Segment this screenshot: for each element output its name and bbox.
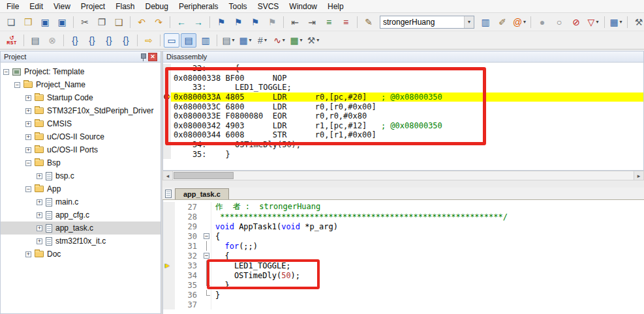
- expander-plus-icon[interactable]: +: [37, 238, 42, 244]
- disassembly-line[interactable]: 32: {: [163, 64, 643, 74]
- tree-item-bsp[interactable]: −Bsp: [1, 156, 161, 169]
- menu-peripherals[interactable]: Peripherals: [174, 1, 224, 12]
- run-icon[interactable]: ▤: [27, 33, 43, 48]
- editor-line[interactable]: 30−{: [163, 231, 644, 241]
- menu-tools[interactable]: Tools: [224, 1, 253, 12]
- tree-item-stm32f10x-stdperiph-driver[interactable]: +STM32F10x_StdPeriph_Driver: [1, 104, 161, 117]
- disassembly-line[interactable]: 0x08000342 4903 LDR r1,[pc,#12] ; @0x080…: [163, 121, 643, 131]
- editor-line[interactable]: 34 OSTimeDly(50);: [163, 270, 644, 280]
- watch-window-icon[interactable]: ▤▾: [221, 33, 236, 48]
- disassembly-line[interactable]: 0x08000344 6008 STR r0,[r1,#0x00]: [163, 130, 643, 140]
- disassembly-line[interactable]: 35: }: [163, 149, 643, 159]
- disassembly-hscrollbar[interactable]: ◂ ▸: [162, 171, 644, 180]
- paste-icon[interactable]: ❑: [111, 15, 127, 29]
- scroll-thumb[interactable]: [174, 172, 234, 179]
- symbol-window-icon[interactable]: ▥: [198, 33, 213, 48]
- editor-line[interactable]: 29void AppTask1(void *p_arg): [163, 221, 644, 231]
- toolbox-icon[interactable]: ⚒▾: [305, 33, 321, 48]
- expander-plus-icon[interactable]: +: [25, 134, 31, 140]
- expander-minus-icon[interactable]: −: [25, 160, 31, 166]
- disassembly-line[interactable]: 0x0800033E F0800080 EOR r0,r0,#0x80: [163, 111, 643, 121]
- close-icon[interactable]: ✕: [148, 53, 157, 61]
- incremental-find-icon[interactable]: ✐: [495, 15, 510, 29]
- expander-plus-icon[interactable]: +: [25, 121, 31, 127]
- menu-flash[interactable]: Flash: [110, 1, 140, 12]
- step-out-icon[interactable]: {}: [101, 33, 117, 48]
- navigate-forward-icon[interactable]: →: [191, 15, 206, 29]
- undo-icon[interactable]: ↶: [134, 15, 149, 29]
- expander-plus-icon[interactable]: +: [25, 251, 31, 257]
- menu-project[interactable]: Project: [76, 1, 110, 12]
- expander-minus-icon[interactable]: −: [25, 186, 31, 192]
- reset-icon[interactable]: ↺RST: [3, 33, 20, 48]
- next-bookmark-icon[interactable]: ⚑: [247, 15, 263, 29]
- tree-item-bsp-c[interactable]: +bsp.c: [1, 169, 161, 182]
- file-search-combobox[interactable]: ▾: [380, 16, 474, 29]
- stop-icon[interactable]: ⊗: [44, 33, 60, 48]
- editor-line[interactable]: 35 }: [163, 280, 644, 290]
- chevron-down-icon[interactable]: ▾: [464, 16, 474, 28]
- insert-breakpoint-icon[interactable]: ●: [534, 15, 550, 29]
- tree-item-main-c[interactable]: +main.c: [1, 195, 161, 208]
- find-in-files-icon[interactable]: ▥: [478, 15, 493, 29]
- expander-plus-icon[interactable]: +: [25, 147, 31, 153]
- tree-item-project-template[interactable]: −Project: Template: [1, 65, 161, 78]
- configure-icon[interactable]: ⚒: [631, 15, 644, 29]
- save-all-icon[interactable]: ▣: [54, 15, 70, 29]
- kill-breakpoints-icon[interactable]: ⊘: [568, 15, 584, 29]
- comment-icon[interactable]: ≡: [321, 15, 337, 29]
- system-viewer-icon[interactable]: ▦▾: [288, 33, 304, 48]
- tab-app-task-c[interactable]: app_task.c: [175, 188, 229, 199]
- lookup-icon[interactable]: @▾: [512, 15, 527, 29]
- tree-item-doc[interactable]: +Doc: [1, 248, 161, 261]
- command-window-icon[interactable]: ▭: [164, 33, 179, 48]
- save-icon[interactable]: ▣: [37, 15, 53, 29]
- expander-plus-icon[interactable]: +: [25, 108, 31, 114]
- disassembly-line[interactable]: 0x0800033C 6800 LDR r0,[r0,#0x00]: [163, 102, 643, 111]
- disassembly-line[interactable]: 33: LED1_TOGGLE;: [163, 83, 643, 93]
- expander-plus-icon[interactable]: +: [25, 95, 31, 101]
- memory-window-icon[interactable]: ▦▾: [238, 33, 253, 48]
- tree-item-app-cfg-c[interactable]: +app_cfg.c: [1, 208, 161, 221]
- uncomment-icon[interactable]: ≡: [338, 15, 354, 29]
- editor-line[interactable]: ▶33 LED1_TOGGLE;: [163, 261, 644, 270]
- indent-icon[interactable]: ⇥: [304, 15, 320, 29]
- scroll-right-icon[interactable]: ▸: [634, 171, 643, 180]
- prev-bookmark-icon[interactable]: ⚑: [230, 15, 246, 29]
- menu-view[interactable]: View: [48, 1, 76, 12]
- navigate-back-icon[interactable]: ←: [174, 15, 189, 29]
- menu-edit[interactable]: Edit: [24, 1, 48, 12]
- scroll-left-icon[interactable]: ◂: [163, 171, 173, 180]
- enable-breakpoint-icon[interactable]: ○: [551, 15, 567, 29]
- clear-bookmarks-icon[interactable]: ⚑: [264, 15, 280, 29]
- expander-plus-icon[interactable]: +: [37, 173, 42, 179]
- cut-icon[interactable]: ✂: [77, 15, 93, 29]
- new-file-icon[interactable]: ❏: [3, 15, 19, 29]
- expander-minus-icon[interactable]: −: [14, 82, 20, 88]
- expander-plus-icon[interactable]: +: [37, 199, 42, 205]
- disassembly-line[interactable]: 34: OSTimeDly(50);: [163, 140, 643, 150]
- analysis-window-icon[interactable]: ∿▾: [271, 33, 287, 48]
- tree-item-stm32f10x-it-c[interactable]: +stm32f10x_it.c: [1, 235, 161, 248]
- open-file-icon[interactable]: ❒: [20, 15, 36, 29]
- disassembly-line[interactable]: ▶0x0800033A 4805 LDR r0,[pc,#20] ; @0x08…: [163, 93, 643, 102]
- step-over-icon[interactable]: {}: [84, 33, 100, 48]
- disassembly-line[interactable]: 0x08000338 BF00 NOP: [163, 74, 643, 83]
- toggle-bookmark-icon[interactable]: ⚑: [213, 15, 229, 29]
- tree-item-uc-os-ii-ports[interactable]: +uC/OS-II Ports: [1, 143, 161, 156]
- disassembly-window-icon[interactable]: ▤: [181, 33, 196, 48]
- menu-svcs[interactable]: SVCS: [253, 1, 284, 12]
- file-search-combobox-input[interactable]: [380, 16, 464, 28]
- fold-collapse-icon[interactable]: −: [204, 233, 209, 239]
- tree-item-project-name[interactable]: −Project_Name: [1, 78, 161, 91]
- horizontal-splitter[interactable]: [162, 180, 644, 188]
- outdent-icon[interactable]: ⇤: [287, 15, 303, 29]
- tree-item-app-task-c[interactable]: +app_task.c: [1, 221, 161, 235]
- expander-minus-icon[interactable]: −: [3, 69, 9, 75]
- tree-item-uc-os-ii-source[interactable]: +uC/OS-II Source: [1, 130, 161, 143]
- tree-item-app[interactable]: −App: [1, 182, 161, 195]
- editor-line[interactable]: 32− {: [163, 251, 644, 261]
- menu-window[interactable]: Window: [284, 1, 322, 12]
- breakpoint-options-icon[interactable]: ▽▾: [585, 15, 601, 29]
- redo-icon[interactable]: ↷: [151, 15, 166, 29]
